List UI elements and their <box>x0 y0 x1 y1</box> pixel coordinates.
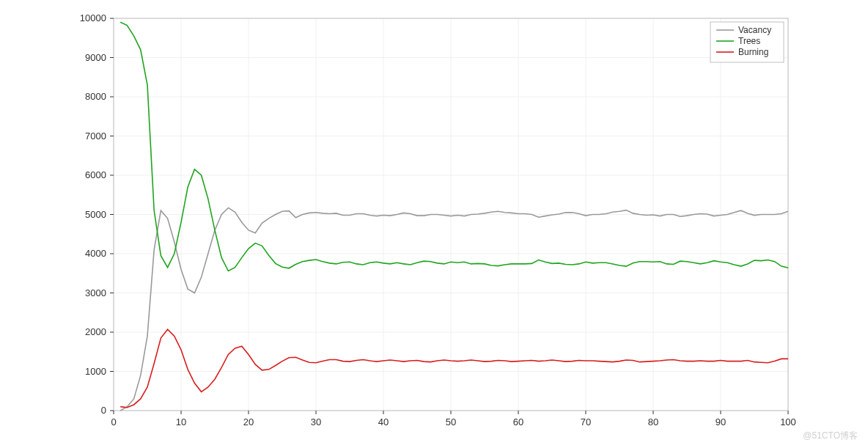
y-tick-label: 8000 <box>85 91 106 102</box>
y-tick-label: 3000 <box>85 287 106 298</box>
x-tick-label: 90 <box>716 416 726 427</box>
x-tick-label: 60 <box>513 416 523 427</box>
x-tick-label: 80 <box>648 416 658 427</box>
series-vacancy <box>120 208 788 411</box>
x-tick-label: 10 <box>176 416 186 427</box>
line-chart: 0102030405060708090100010002000300040005… <box>0 0 868 448</box>
y-tick-label: 9000 <box>85 52 106 63</box>
series-burning <box>120 329 788 407</box>
x-tick-label: 40 <box>378 416 389 427</box>
y-tick-label: 0 <box>101 405 106 416</box>
x-tick-label: 100 <box>780 416 796 427</box>
y-tick-label: 5000 <box>85 209 106 220</box>
x-tick-label: 50 <box>446 416 456 427</box>
legend-label: Vacancy <box>738 25 771 35</box>
legend-label: Burning <box>738 47 768 57</box>
series-trees <box>120 22 788 271</box>
y-tick-label: 7000 <box>85 131 106 142</box>
y-tick-label: 6000 <box>85 169 106 180</box>
y-tick-label: 4000 <box>85 248 106 259</box>
x-tick-label: 20 <box>243 416 254 427</box>
y-tick-label: 2000 <box>85 326 106 337</box>
watermark: @51CTO博客 <box>803 430 858 442</box>
y-tick-label: 10000 <box>80 12 106 23</box>
legend-label: Trees <box>738 36 760 46</box>
y-tick-label: 1000 <box>85 366 106 377</box>
x-tick-label: 30 <box>311 416 321 427</box>
x-tick-label: 70 <box>581 416 591 427</box>
chart-container: 0102030405060708090100010002000300040005… <box>0 0 868 448</box>
x-tick-label: 0 <box>111 416 116 427</box>
